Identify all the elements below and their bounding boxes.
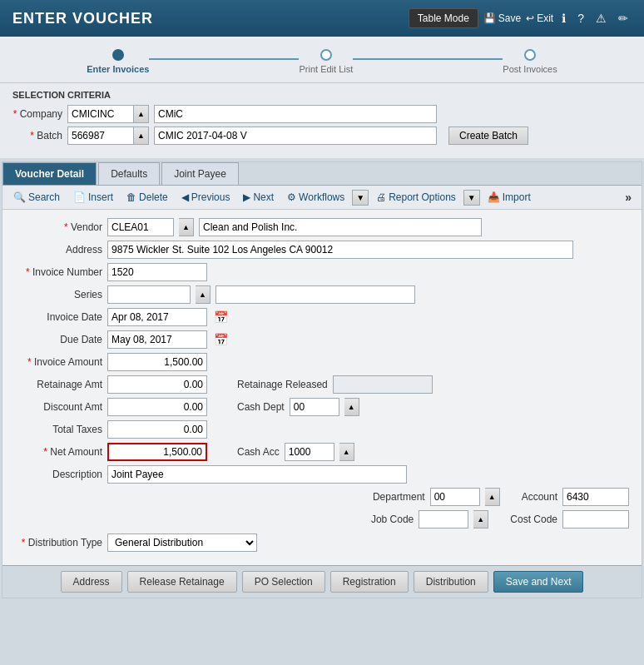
- distribution-type-label: Distribution Type: [15, 537, 102, 548]
- cash-dept-lookup-button[interactable]: ▲: [344, 398, 359, 416]
- table-mode-button[interactable]: Table Mode: [409, 8, 478, 28]
- exit-icon: ↩: [526, 12, 534, 24]
- account-label: Account: [522, 491, 557, 503]
- description-input[interactable]: [107, 465, 407, 484]
- job-code-lookup-button[interactable]: ▲: [473, 510, 488, 529]
- total-taxes-input[interactable]: [107, 420, 207, 439]
- address-row: Address: [15, 241, 629, 259]
- discount-amt-input[interactable]: [107, 398, 207, 416]
- exit-button[interactable]: ↩ Exit: [526, 12, 553, 24]
- invoice-date-input[interactable]: [107, 308, 207, 326]
- vendor-name-input[interactable]: [199, 218, 482, 236]
- step-label-3: Post Invoices: [503, 64, 557, 74]
- series-input[interactable]: [107, 285, 191, 304]
- cost-code-label: Cost Code: [510, 514, 557, 525]
- due-date-row: Due Date 📅: [15, 330, 629, 349]
- report-dropdown-button[interactable]: ▼: [463, 190, 480, 206]
- warning-icon[interactable]: ⚠: [592, 10, 610, 27]
- page-title: ENTER VOUCHER: [12, 10, 153, 27]
- toolbar-expand-button[interactable]: »: [620, 189, 637, 206]
- release-retainage-button[interactable]: Release Retainage: [127, 571, 237, 593]
- address-input[interactable]: [107, 241, 573, 259]
- cash-dept-label: Cash Dept: [237, 401, 285, 413]
- net-amount-input[interactable]: [107, 443, 207, 461]
- invoice-date-calendar-icon[interactable]: 📅: [212, 309, 229, 325]
- cash-acc-input[interactable]: [285, 443, 334, 461]
- cash-dept-input[interactable]: [290, 398, 339, 416]
- company-code-input[interactable]: [67, 105, 134, 123]
- department-lookup-button[interactable]: ▲: [485, 488, 500, 506]
- workflows-button[interactable]: ⚙ Workflows: [281, 189, 350, 206]
- vendor-row: Vendor ▲: [15, 218, 629, 236]
- delete-button[interactable]: 🗑 Delete: [121, 189, 174, 206]
- step-post-invoices[interactable]: Post Invoices: [503, 49, 557, 74]
- batch-label: Batch: [12, 130, 62, 141]
- help-icon-2[interactable]: ?: [574, 10, 587, 27]
- invoice-number-row: Invoice Number: [15, 263, 629, 281]
- series-lookup-button[interactable]: ▲: [196, 285, 211, 304]
- cost-code-input[interactable]: [562, 510, 629, 529]
- save-button[interactable]: 💾 Save: [483, 12, 521, 24]
- step-print-edit[interactable]: Print Edit List: [299, 49, 353, 74]
- tab-defaults[interactable]: Defaults: [98, 162, 160, 185]
- save-and-next-button[interactable]: Save and Next: [493, 571, 584, 593]
- batch-name-input[interactable]: [154, 127, 437, 145]
- address-button[interactable]: Address: [61, 571, 122, 593]
- tab-voucher-detail[interactable]: Voucher Detail: [2, 162, 97, 185]
- total-taxes-label: Total Taxes: [15, 424, 102, 435]
- insert-button[interactable]: 📄 Insert: [67, 189, 119, 206]
- distribution-type-select[interactable]: General Distribution Job Distribution Eq…: [107, 533, 257, 552]
- series-row: Series ▲: [15, 285, 629, 304]
- batch-value-input[interactable]: [67, 127, 134, 145]
- retainage-amt-label: Retainage Amt: [15, 379, 102, 390]
- report-options-button[interactable]: 🖨 Report Options: [370, 189, 462, 206]
- cash-acc-lookup-button[interactable]: ▲: [339, 443, 354, 461]
- step-enter-invoices[interactable]: Enter Invoices: [87, 49, 149, 74]
- save-icon: 💾: [483, 12, 496, 24]
- job-code-input[interactable]: [419, 510, 468, 529]
- account-input[interactable]: [562, 488, 629, 506]
- department-input[interactable]: [430, 488, 480, 506]
- selection-criteria: SELECTION CRITERIA Company ▲ Batch ▲ Cre…: [0, 82, 644, 158]
- company-lookup-button[interactable]: ▲: [134, 105, 149, 123]
- help-icon-1[interactable]: ℹ: [558, 10, 569, 27]
- series-name-input[interactable]: [215, 285, 415, 304]
- search-button[interactable]: 🔍 Search: [7, 189, 66, 206]
- distribution-button[interactable]: Distribution: [414, 571, 488, 593]
- retainage-released-input[interactable]: [333, 375, 433, 394]
- next-button[interactable]: ▶ Next: [237, 189, 280, 206]
- delete-icon: 🗑: [126, 191, 136, 203]
- retainage-amt-input[interactable]: [107, 375, 207, 394]
- vendor-lookup-button[interactable]: ▲: [179, 218, 194, 236]
- invoice-amount-row: Invoice Amount: [15, 353, 629, 371]
- po-selection-button[interactable]: PO Selection: [242, 571, 325, 593]
- report-icon: 🖨: [376, 191, 386, 203]
- invoice-amount-input[interactable]: [107, 353, 207, 371]
- retainage-row: Retainage Amt Retainage Released: [15, 375, 629, 394]
- due-date-calendar-icon[interactable]: 📅: [212, 331, 229, 348]
- main-content: Voucher Detail Defaults Joint Payee 🔍 Se…: [2, 161, 642, 598]
- insert-icon: 📄: [73, 191, 86, 203]
- settings-icon[interactable]: ✏: [615, 10, 632, 27]
- company-input-group: ▲: [67, 105, 149, 123]
- workflows-dropdown-button[interactable]: ▼: [352, 190, 369, 206]
- previous-icon: ◀: [181, 191, 189, 203]
- step-circle-1: [112, 49, 124, 61]
- invoice-number-input[interactable]: [107, 263, 207, 281]
- due-date-input[interactable]: [107, 330, 207, 349]
- import-button[interactable]: 📥 Import: [482, 189, 537, 206]
- previous-button[interactable]: ◀ Previous: [176, 189, 236, 206]
- tab-joint-payee[interactable]: Joint Payee: [161, 162, 239, 185]
- dept-account-row: Department ▲ Account: [15, 488, 629, 506]
- form-area: Vendor ▲ Address Invoice Number Series ▲…: [2, 210, 642, 565]
- selection-criteria-title: SELECTION CRITERIA: [12, 90, 632, 100]
- invoice-date-row: Invoice Date 📅: [15, 308, 629, 326]
- vendor-code-input[interactable]: [107, 218, 174, 236]
- batch-lookup-button[interactable]: ▲: [134, 127, 149, 145]
- description-row: Description: [15, 465, 629, 484]
- registration-button[interactable]: Registration: [330, 571, 409, 593]
- company-name-input[interactable]: [154, 105, 437, 123]
- invoice-amount-label: Invoice Amount: [15, 356, 102, 368]
- total-taxes-row: Total Taxes: [15, 420, 629, 439]
- create-batch-button[interactable]: Create Batch: [448, 127, 528, 145]
